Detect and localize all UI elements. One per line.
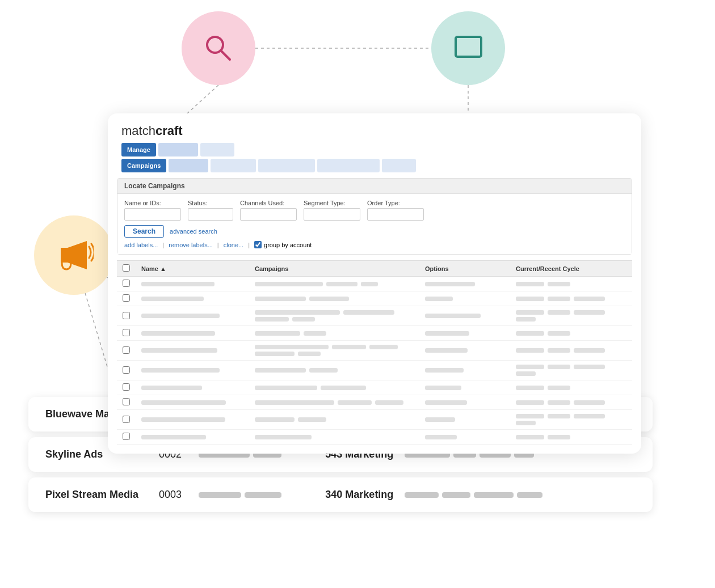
name-placeholder bbox=[141, 400, 226, 405]
options-placeholder bbox=[425, 386, 461, 390]
table-body bbox=[117, 277, 632, 445]
cycle-bar bbox=[516, 414, 544, 418]
cycle-bar bbox=[574, 414, 605, 418]
nav-sub-1[interactable] bbox=[169, 159, 208, 172]
table-row bbox=[117, 410, 632, 430]
search-button[interactable]: Search bbox=[124, 225, 164, 238]
separator-2: | bbox=[217, 242, 219, 248]
row-checkbox[interactable] bbox=[123, 383, 130, 391]
channels-input[interactable] bbox=[240, 208, 297, 221]
row-checkbox[interactable] bbox=[123, 416, 130, 423]
status-label: Status: bbox=[188, 200, 233, 206]
row-checkbox[interactable] bbox=[123, 294, 130, 302]
options-placeholder bbox=[425, 331, 469, 336]
cycle-bar bbox=[574, 348, 605, 353]
group-by-checkbox-group: group by account bbox=[254, 241, 312, 248]
campaign-bar bbox=[255, 352, 295, 356]
cycle-bar bbox=[574, 365, 605, 369]
campaign-bar bbox=[309, 368, 338, 373]
table-header-row: Name ▲ Campaigns Options Current/Recent … bbox=[117, 261, 632, 277]
row-checkbox[interactable] bbox=[123, 346, 130, 354]
cycle-bar bbox=[548, 348, 570, 353]
name-field: Name or IDs: bbox=[124, 200, 181, 221]
col-header-options[interactable]: Options bbox=[419, 261, 510, 277]
advanced-search-link[interactable]: advanced search bbox=[170, 228, 217, 235]
svg-line-6 bbox=[221, 50, 230, 60]
nav-sub-2[interactable] bbox=[211, 159, 256, 172]
segment-label: Segment Type: bbox=[304, 200, 360, 206]
table-row bbox=[117, 306, 632, 326]
campaign-bar bbox=[255, 345, 329, 349]
segment-field: Segment Type: bbox=[304, 200, 360, 221]
options-placeholder bbox=[425, 282, 475, 286]
table-row bbox=[117, 291, 632, 306]
separator-1: | bbox=[162, 242, 164, 248]
name-placeholder bbox=[141, 314, 220, 318]
nav-sub-4[interactable] bbox=[317, 159, 380, 172]
name-placeholder bbox=[141, 435, 206, 439]
col-header-name[interactable]: Name ▲ bbox=[136, 261, 249, 277]
cycle-bar bbox=[574, 297, 605, 301]
add-labels-link[interactable]: add labels... bbox=[124, 242, 158, 248]
nav-placeholder-1[interactable] bbox=[158, 143, 198, 156]
remove-labels-link[interactable]: remove labels... bbox=[169, 242, 213, 248]
campaign-bar bbox=[255, 331, 300, 336]
campaign-bar bbox=[255, 400, 334, 405]
brand-header: matchcraft bbox=[108, 113, 641, 138]
separator-3: | bbox=[248, 242, 250, 248]
options-placeholder bbox=[425, 400, 467, 405]
nav-placeholder-2[interactable] bbox=[200, 143, 234, 156]
options-placeholder bbox=[425, 435, 457, 439]
table-row bbox=[117, 341, 632, 361]
row-checkbox[interactable] bbox=[123, 280, 130, 287]
nav-sub-3[interactable] bbox=[258, 159, 315, 172]
col-header-campaigns[interactable]: Campaigns bbox=[249, 261, 419, 277]
col-header-cycle[interactable]: Current/Recent Cycle bbox=[510, 261, 632, 277]
options-placeholder bbox=[425, 348, 468, 353]
campaign-bar bbox=[298, 352, 321, 356]
status-field: Status: bbox=[188, 200, 233, 221]
expanded-bar-right bbox=[442, 492, 470, 498]
manage-button[interactable]: Manage bbox=[121, 143, 156, 156]
expanded-row-id: 0003 bbox=[159, 489, 199, 501]
group-by-checkbox[interactable] bbox=[254, 241, 262, 248]
row-checkbox[interactable] bbox=[123, 312, 130, 319]
order-input[interactable] bbox=[367, 208, 424, 221]
status-input[interactable] bbox=[188, 208, 233, 221]
cycle-bar bbox=[548, 365, 570, 369]
cycle-bar bbox=[516, 371, 536, 376]
campaign-bar bbox=[255, 435, 312, 439]
table-row bbox=[117, 277, 632, 291]
locate-panel: Locate Campaigns Name or IDs: Status: Ch… bbox=[117, 178, 632, 255]
cycle-bar bbox=[516, 310, 544, 315]
row-checkbox[interactable] bbox=[123, 433, 130, 440]
cycle-bar bbox=[516, 386, 544, 390]
name-label: Name or IDs: bbox=[124, 200, 181, 206]
cycle-bar bbox=[516, 317, 536, 322]
campaigns-table: Name ▲ Campaigns Options Current/Recent … bbox=[117, 260, 632, 445]
clone-link[interactable]: clone... bbox=[224, 242, 243, 248]
campaign-bar bbox=[338, 400, 372, 405]
row-checkbox[interactable] bbox=[123, 398, 130, 405]
campaigns-button[interactable]: Campaigns bbox=[121, 159, 166, 172]
expanded-row-label: 340 Marketing bbox=[325, 489, 393, 501]
campaign-bar bbox=[255, 317, 289, 322]
col-header-check bbox=[117, 261, 136, 277]
campaign-bar bbox=[343, 310, 394, 315]
cycle-bar bbox=[516, 297, 544, 301]
row-checkbox[interactable] bbox=[123, 329, 130, 336]
cycle-bar bbox=[548, 386, 570, 390]
name-input[interactable] bbox=[124, 208, 181, 221]
campaign-bar bbox=[292, 317, 315, 322]
nav-sub-5[interactable] bbox=[382, 159, 416, 172]
cycle-bar bbox=[516, 435, 544, 439]
chat-icon bbox=[450, 30, 487, 67]
svg-line-2 bbox=[187, 85, 218, 113]
segment-input[interactable] bbox=[304, 208, 360, 221]
row-checkbox[interactable] bbox=[123, 366, 130, 374]
campaign-bar bbox=[369, 345, 398, 349]
campaign-bar bbox=[304, 331, 326, 336]
expanded-row-name: Pixel Stream Media bbox=[45, 489, 159, 501]
select-all-checkbox[interactable] bbox=[123, 264, 130, 272]
locate-body: Name or IDs: Status: Channels Used: Segm… bbox=[117, 194, 632, 254]
